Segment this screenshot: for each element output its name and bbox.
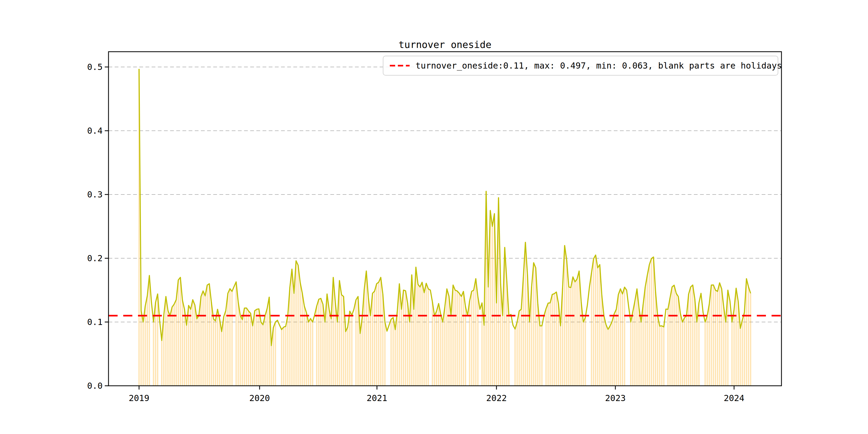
turnover-bar bbox=[252, 326, 253, 386]
turnover-bar bbox=[721, 289, 722, 386]
turnover-bar bbox=[744, 312, 745, 386]
x-tick-label: 2024 bbox=[724, 393, 744, 403]
turnover-bar bbox=[180, 277, 181, 386]
turnover-bar bbox=[686, 316, 687, 386]
turnover-bar bbox=[211, 302, 212, 386]
turnover-bar bbox=[366, 271, 367, 386]
turnover-bar bbox=[426, 283, 427, 386]
turnover-bar bbox=[405, 291, 406, 386]
turnover-bar bbox=[147, 296, 148, 386]
turnover-bar bbox=[221, 332, 222, 386]
turnover-bar bbox=[647, 275, 648, 386]
turnover-bar bbox=[521, 309, 522, 386]
turnover-bar bbox=[649, 265, 650, 386]
turnover-bar bbox=[742, 320, 743, 386]
turnover-bar bbox=[690, 287, 691, 386]
turnover-bar bbox=[688, 294, 689, 386]
turnover-bar bbox=[225, 310, 227, 386]
turnover-bar bbox=[172, 307, 173, 386]
turnover-bar bbox=[324, 322, 326, 386]
turnover-bar bbox=[484, 325, 485, 386]
turnover-bar bbox=[382, 294, 384, 386]
y-tick-label: 0.2 bbox=[87, 253, 103, 264]
turnover-bar bbox=[380, 277, 381, 386]
turnover-bar bbox=[523, 278, 524, 386]
turnover-bar bbox=[320, 299, 321, 386]
turnover-bar bbox=[165, 297, 167, 386]
turnover-bar bbox=[153, 322, 154, 386]
turnover-bar bbox=[360, 334, 361, 386]
turnover-bar bbox=[331, 319, 332, 386]
y-tick-label: 0.1 bbox=[87, 317, 103, 327]
turnover-bar bbox=[572, 277, 574, 386]
turnover-bar bbox=[546, 309, 547, 386]
x-tick-label: 2020 bbox=[249, 393, 270, 403]
turnover-bar bbox=[444, 307, 445, 386]
turnover-bar bbox=[577, 279, 578, 386]
turnover-bar bbox=[310, 318, 311, 386]
turnover-bar bbox=[554, 293, 555, 386]
turnover-bar bbox=[723, 307, 724, 386]
turnover-bar bbox=[403, 290, 404, 386]
turnover-bar bbox=[271, 346, 272, 386]
turnover-bar bbox=[273, 328, 274, 386]
turnover-bar bbox=[682, 322, 683, 386]
turnover-bar bbox=[296, 261, 297, 386]
turnover-bar bbox=[643, 304, 644, 386]
turnover-bar bbox=[560, 326, 561, 386]
turnover-bar bbox=[397, 311, 398, 386]
turnover-bar bbox=[287, 316, 288, 386]
turnover-bar bbox=[302, 293, 303, 386]
turnover-bar bbox=[735, 288, 737, 386]
turnover-bar bbox=[347, 327, 348, 386]
turnover-bar bbox=[316, 306, 317, 386]
turnover-bar bbox=[289, 287, 291, 386]
turnover-bar bbox=[393, 317, 394, 386]
turnover-bar bbox=[661, 326, 662, 386]
turnover-bar bbox=[659, 326, 660, 386]
turnover-bar bbox=[632, 312, 633, 386]
figure-canvas: { "chart_data": { "type": "line", "title… bbox=[0, 0, 868, 434]
turnover-bar bbox=[556, 292, 557, 386]
turnover-bar bbox=[436, 311, 437, 386]
turnover-bar bbox=[368, 298, 369, 386]
turnover-bar bbox=[734, 310, 735, 386]
turnover-bar bbox=[205, 296, 206, 386]
turnover-bar bbox=[143, 322, 144, 386]
turnover-bar bbox=[198, 315, 199, 386]
y-tick-label: 0.3 bbox=[87, 189, 103, 199]
turnover-bar bbox=[275, 322, 276, 386]
turnover-bar bbox=[446, 289, 448, 386]
turnover-bar bbox=[663, 327, 664, 386]
turnover-bar bbox=[450, 316, 452, 386]
legend-label: turnover_oneside:0.11, max: 0.497, min: … bbox=[415, 61, 782, 71]
turnover-bar bbox=[461, 296, 462, 386]
turnover-bar bbox=[676, 293, 677, 386]
turnover-bar bbox=[653, 257, 654, 386]
turnover-bar bbox=[519, 311, 520, 386]
turnover-bar bbox=[215, 321, 216, 386]
turnover-bar bbox=[639, 308, 640, 386]
turnover-bar bbox=[570, 287, 571, 386]
turnover-bar bbox=[351, 315, 352, 386]
turnover-bar bbox=[475, 279, 476, 386]
turnover-bar bbox=[696, 322, 698, 386]
turnover-bar bbox=[318, 299, 320, 386]
y-tick-label: 0.0 bbox=[87, 381, 103, 391]
turnover-bar bbox=[364, 289, 365, 386]
turnover-bar bbox=[711, 285, 712, 386]
turnover-bar bbox=[705, 322, 706, 386]
turnover-bar bbox=[612, 321, 613, 386]
turnover-bar bbox=[238, 302, 239, 386]
turnover-bar bbox=[601, 296, 602, 386]
y-tick-label: 0.5 bbox=[87, 62, 103, 72]
turnover-bar bbox=[670, 298, 671, 386]
turnover-bar bbox=[190, 309, 191, 386]
turnover-bar bbox=[442, 322, 443, 386]
turnover-bar bbox=[231, 291, 233, 386]
turnover-bar bbox=[448, 296, 450, 386]
turnover-bar bbox=[262, 325, 264, 386]
turnover-bar bbox=[492, 226, 493, 386]
turnover-bar bbox=[293, 293, 295, 386]
turnover-bar bbox=[141, 310, 142, 386]
